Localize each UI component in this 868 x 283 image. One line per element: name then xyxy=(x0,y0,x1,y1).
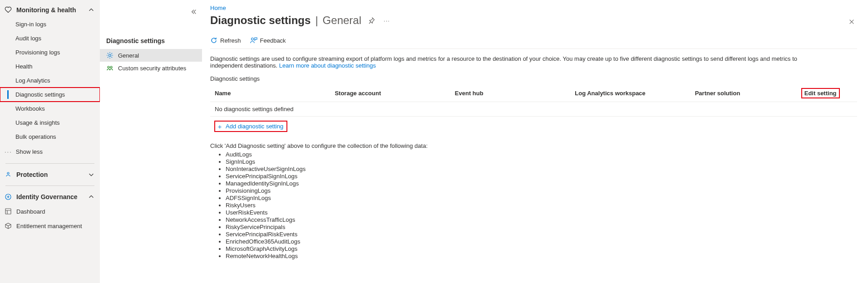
col-law: Log Analytics workspace xyxy=(570,85,690,102)
description-text: Diagnostic settings are used to configur… xyxy=(210,55,800,69)
col-storage: Storage account xyxy=(330,85,450,102)
section-title: Diagnostic settings xyxy=(210,75,857,82)
sidebar-group-monitoring-health[interactable]: Monitoring & health xyxy=(0,3,100,17)
title-separator: | xyxy=(315,14,318,27)
shield-person-icon xyxy=(5,171,12,178)
svg-point-0 xyxy=(7,172,9,174)
sidebar-item-health[interactable]: Health xyxy=(0,59,100,73)
col-eventhub: Event hub xyxy=(450,85,570,102)
diagnostic-settings-table: Name Storage account Event hub Log Analy… xyxy=(210,85,857,136)
package-icon xyxy=(5,222,12,229)
data-type-item: UserRiskEvents xyxy=(226,209,857,216)
data-type-item: RiskyUsers xyxy=(226,202,857,209)
sidebar-item-bulk-operations[interactable]: Bulk operations xyxy=(0,130,100,144)
breadcrumb-home[interactable]: Home xyxy=(210,5,226,11)
data-type-item: ADFSSignInLogs xyxy=(226,195,857,201)
chevron-up-icon xyxy=(88,7,94,13)
sidebar-show-less[interactable]: ··· Show less xyxy=(0,144,100,160)
svg-point-6 xyxy=(251,38,253,40)
ellipsis-icon: ··· xyxy=(5,148,12,155)
data-type-item: ServicePrincipalSignInLogs xyxy=(226,173,857,180)
table-row-empty: No diagnostic settings defined xyxy=(210,102,857,117)
hint-text: Click 'Add Diagnostic setting' above to … xyxy=(210,142,857,149)
sidebar-divider xyxy=(5,163,94,164)
data-types-list: AuditLogsSignInLogsNonInteractiveUserSig… xyxy=(226,151,857,259)
data-type-item: NonInteractiveUserSignInLogs xyxy=(226,166,857,172)
heart-pulse-icon xyxy=(5,6,12,14)
person-feedback-icon xyxy=(250,37,257,44)
data-type-item: ProvisioningLogs xyxy=(226,187,857,194)
learn-more-link[interactable]: Learn more about diagnostic settings xyxy=(279,62,376,69)
sidebar-item-usage-insights[interactable]: Usage & insights xyxy=(0,116,100,130)
col-name: Name xyxy=(210,85,330,102)
page-title: Diagnostic settings | General xyxy=(210,14,361,27)
sidebar-group-label: Identity Governance xyxy=(16,193,84,200)
add-diagnostic-setting-link[interactable]: ＋ Add diagnostic setting xyxy=(215,121,287,132)
resource-menu-header: Diagnostic settings xyxy=(100,34,202,49)
data-type-item: NetworkAccessTrafficLogs xyxy=(226,216,857,223)
sidebar-group-protection[interactable]: Protection xyxy=(0,167,100,182)
data-type-item: RiskyServicePrincipals xyxy=(226,224,857,230)
close-icon xyxy=(848,19,855,25)
sidebar-item-signin-logs[interactable]: Sign-in logs xyxy=(0,17,100,31)
gear-icon xyxy=(106,52,113,59)
sidebar-divider xyxy=(5,185,94,186)
sidebar-item-workbooks[interactable]: Workbooks xyxy=(0,102,100,116)
pin-icon xyxy=(368,17,375,24)
dashboard-icon xyxy=(5,208,12,215)
sidebar-group-label: Monitoring & health xyxy=(16,6,84,14)
table-row-add: ＋ Add diagnostic setting xyxy=(210,117,857,137)
sidebar-item-dashboard[interactable]: Dashboard xyxy=(0,204,100,219)
data-type-item: ManagedIdentitySignInLogs xyxy=(226,180,857,187)
plus-icon: ＋ xyxy=(217,123,223,130)
data-type-item: RemoteNetworkHealthLogs xyxy=(226,253,857,259)
ellipsis-icon: ··· xyxy=(384,17,390,24)
data-type-item: SignInLogs xyxy=(226,158,857,165)
sidebar-item-entitlement-management[interactable]: Entitlement management xyxy=(0,219,100,233)
sidebar-item-audit-logs[interactable]: Audit logs xyxy=(0,31,100,45)
data-type-item: MicrosoftGraphActivityLogs xyxy=(226,245,857,252)
svg-rect-2 xyxy=(5,209,11,214)
resource-menu-item-general[interactable]: General xyxy=(100,49,202,62)
data-type-item: ServicePrincipalRiskEvents xyxy=(226,231,857,238)
refresh-icon xyxy=(210,37,217,44)
pin-button[interactable] xyxy=(366,15,377,26)
col-partner: Partner solution xyxy=(690,85,797,102)
page-title-row: Diagnostic settings | General ··· xyxy=(210,14,857,27)
primary-sidebar: Monitoring & health Sign-in logs Audit l… xyxy=(0,0,100,283)
breadcrumb: Home xyxy=(210,5,857,11)
refresh-button[interactable]: Refresh xyxy=(210,37,241,44)
sidebar-group-label: Protection xyxy=(16,171,84,178)
svg-point-5 xyxy=(110,66,112,68)
governance-icon xyxy=(5,193,12,200)
main-content: Home Diagnostic settings | General ··· R… xyxy=(202,0,868,283)
empty-message: No diagnostic settings defined xyxy=(210,102,857,117)
data-type-item: AuditLogs xyxy=(226,151,857,158)
chevron-up-icon xyxy=(88,194,94,200)
sidebar-item-provisioning-logs[interactable]: Provisioning logs xyxy=(0,45,100,59)
resource-menu-item-custom-security-attributes[interactable]: Custom security attributes xyxy=(100,62,202,74)
svg-point-4 xyxy=(108,66,109,68)
resource-menu: Diagnostic settings General Custom secur… xyxy=(100,0,202,283)
command-bar: Refresh Feedback xyxy=(210,34,857,49)
sidebar-group-identity-governance[interactable]: Identity Governance xyxy=(0,190,100,204)
feedback-button[interactable]: Feedback xyxy=(250,37,286,44)
sidebar-item-log-analytics[interactable]: Log Analytics xyxy=(0,73,100,88)
resource-menu-collapse[interactable] xyxy=(189,7,198,16)
data-type-item: EnrichedOffice365AuditLogs xyxy=(226,238,857,245)
sidebar-item-diagnostic-settings[interactable]: Diagnostic settings xyxy=(0,88,100,102)
col-edit: Edit setting xyxy=(802,88,839,98)
chevron-left-double-icon xyxy=(191,9,197,15)
chevron-down-icon xyxy=(88,171,94,178)
close-blade-button[interactable] xyxy=(846,16,857,27)
tag-security-icon xyxy=(106,64,113,72)
svg-point-3 xyxy=(109,54,111,57)
more-button[interactable]: ··· xyxy=(381,15,392,26)
